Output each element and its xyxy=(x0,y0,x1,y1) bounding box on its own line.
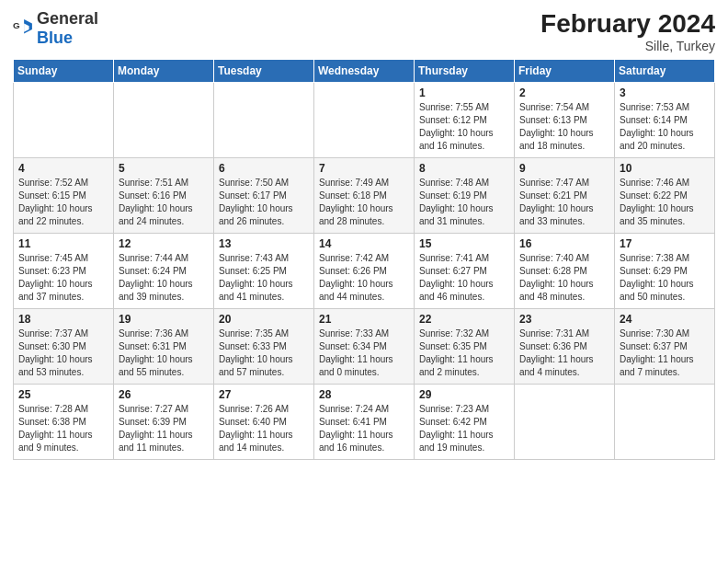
calendar-cell: 16Sunrise: 7:40 AM Sunset: 6:28 PM Dayli… xyxy=(515,234,615,309)
day-info: Sunrise: 7:46 AM Sunset: 6:22 PM Dayligh… xyxy=(620,177,710,228)
day-number: 12 xyxy=(119,237,209,250)
col-friday: Friday xyxy=(515,60,615,83)
day-number: 17 xyxy=(620,237,710,250)
calendar-header: Sunday Monday Tuesday Wednesday Thursday… xyxy=(14,60,715,83)
day-number: 14 xyxy=(319,237,409,250)
day-info: Sunrise: 7:45 AM Sunset: 6:23 PM Dayligh… xyxy=(18,252,108,304)
calendar-cell: 4Sunrise: 7:52 AM Sunset: 6:15 PM Daylig… xyxy=(14,158,114,234)
calendar-week-row: 4Sunrise: 7:52 AM Sunset: 6:15 PM Daylig… xyxy=(14,158,715,234)
day-info: Sunrise: 7:53 AM Sunset: 6:14 PM Dayligh… xyxy=(620,101,710,153)
day-info: Sunrise: 7:30 AM Sunset: 6:37 PM Dayligh… xyxy=(620,327,710,379)
day-info: Sunrise: 7:44 AM Sunset: 6:24 PM Dayligh… xyxy=(119,252,209,304)
title-block: February 2024 Sille, Turkey xyxy=(540,9,715,53)
day-info: Sunrise: 7:32 AM Sunset: 6:35 PM Dayligh… xyxy=(419,327,509,379)
day-number: 27 xyxy=(219,388,309,401)
calendar-cell: 21Sunrise: 7:33 AM Sunset: 6:34 PM Dayli… xyxy=(314,309,415,385)
day-number: 19 xyxy=(119,313,209,326)
day-number: 20 xyxy=(219,313,309,326)
day-number: 22 xyxy=(419,313,509,326)
calendar-week-row: 18Sunrise: 7:37 AM Sunset: 6:30 PM Dayli… xyxy=(14,309,715,385)
calendar-cell: 8Sunrise: 7:48 AM Sunset: 6:19 PM Daylig… xyxy=(415,158,515,234)
calendar-cell: 17Sunrise: 7:38 AM Sunset: 6:29 PM Dayli… xyxy=(615,234,715,309)
day-info: Sunrise: 7:36 AM Sunset: 6:31 PM Dayligh… xyxy=(119,327,209,379)
location: Sille, Turkey xyxy=(540,39,715,53)
day-info: Sunrise: 7:43 AM Sunset: 6:25 PM Dayligh… xyxy=(219,252,309,304)
calendar-cell: 7Sunrise: 7:49 AM Sunset: 6:18 PM Daylig… xyxy=(314,158,415,234)
calendar-cell: 2Sunrise: 7:54 AM Sunset: 6:13 PM Daylig… xyxy=(515,83,615,158)
logo: G General Blue xyxy=(13,9,98,48)
calendar-week-row: 11Sunrise: 7:45 AM Sunset: 6:23 PM Dayli… xyxy=(14,234,715,309)
day-number: 6 xyxy=(219,162,309,175)
day-number: 4 xyxy=(18,162,108,175)
logo-general: General xyxy=(37,9,98,28)
day-info: Sunrise: 7:40 AM Sunset: 6:28 PM Dayligh… xyxy=(519,252,609,304)
day-info: Sunrise: 7:54 AM Sunset: 6:13 PM Dayligh… xyxy=(519,101,609,153)
calendar-cell: 14Sunrise: 7:42 AM Sunset: 6:26 PM Dayli… xyxy=(314,234,415,309)
day-number: 15 xyxy=(419,237,509,250)
calendar-cell xyxy=(114,83,214,158)
day-info: Sunrise: 7:27 AM Sunset: 6:39 PM Dayligh… xyxy=(119,403,209,454)
header: G General Blue February 2024 Sille, Turk… xyxy=(13,9,715,53)
day-number: 5 xyxy=(119,162,209,175)
col-sunday: Sunday xyxy=(14,60,114,83)
day-info: Sunrise: 7:55 AM Sunset: 6:12 PM Dayligh… xyxy=(419,101,509,153)
day-info: Sunrise: 7:48 AM Sunset: 6:19 PM Dayligh… xyxy=(419,177,509,228)
calendar-cell xyxy=(214,83,314,158)
calendar-cell xyxy=(314,83,415,158)
day-number: 21 xyxy=(319,313,409,326)
day-number: 25 xyxy=(18,388,108,401)
day-info: Sunrise: 7:49 AM Sunset: 6:18 PM Dayligh… xyxy=(319,177,409,228)
calendar-cell: 9Sunrise: 7:47 AM Sunset: 6:21 PM Daylig… xyxy=(515,158,615,234)
logo-icon: G xyxy=(13,18,33,39)
day-number: 9 xyxy=(519,162,609,175)
calendar-cell: 18Sunrise: 7:37 AM Sunset: 6:30 PM Dayli… xyxy=(14,309,114,385)
calendar-cell: 13Sunrise: 7:43 AM Sunset: 6:25 PM Dayli… xyxy=(214,234,314,309)
col-wednesday: Wednesday xyxy=(314,60,415,83)
calendar-cell: 15Sunrise: 7:41 AM Sunset: 6:27 PM Dayli… xyxy=(415,234,515,309)
day-info: Sunrise: 7:23 AM Sunset: 6:42 PM Dayligh… xyxy=(419,403,509,454)
calendar-cell: 27Sunrise: 7:26 AM Sunset: 6:40 PM Dayli… xyxy=(214,385,314,460)
day-info: Sunrise: 7:38 AM Sunset: 6:29 PM Dayligh… xyxy=(620,252,710,304)
calendar-cell: 24Sunrise: 7:30 AM Sunset: 6:37 PM Dayli… xyxy=(615,309,715,385)
day-info: Sunrise: 7:33 AM Sunset: 6:34 PM Dayligh… xyxy=(319,327,409,379)
day-info: Sunrise: 7:42 AM Sunset: 6:26 PM Dayligh… xyxy=(319,252,409,304)
day-number: 7 xyxy=(319,162,409,175)
day-number: 13 xyxy=(219,237,309,250)
day-number: 28 xyxy=(319,388,409,401)
day-number: 24 xyxy=(620,313,710,326)
calendar-cell xyxy=(515,385,615,460)
day-number: 18 xyxy=(18,313,108,326)
day-info: Sunrise: 7:28 AM Sunset: 6:38 PM Dayligh… xyxy=(18,403,108,454)
calendar-week-row: 25Sunrise: 7:28 AM Sunset: 6:38 PM Dayli… xyxy=(14,385,715,460)
calendar-cell: 25Sunrise: 7:28 AM Sunset: 6:38 PM Dayli… xyxy=(14,385,114,460)
svg-text:G: G xyxy=(13,20,20,30)
calendar-cell: 20Sunrise: 7:35 AM Sunset: 6:33 PM Dayli… xyxy=(214,309,314,385)
day-info: Sunrise: 7:26 AM Sunset: 6:40 PM Dayligh… xyxy=(219,403,309,454)
calendar-cell: 28Sunrise: 7:24 AM Sunset: 6:41 PM Dayli… xyxy=(314,385,415,460)
calendar-body: 1Sunrise: 7:55 AM Sunset: 6:12 PM Daylig… xyxy=(14,83,715,460)
calendar-cell xyxy=(615,385,715,460)
day-info: Sunrise: 7:24 AM Sunset: 6:41 PM Dayligh… xyxy=(319,403,409,454)
calendar-cell: 10Sunrise: 7:46 AM Sunset: 6:22 PM Dayli… xyxy=(615,158,715,234)
day-info: Sunrise: 7:37 AM Sunset: 6:30 PM Dayligh… xyxy=(18,327,108,379)
calendar-cell: 22Sunrise: 7:32 AM Sunset: 6:35 PM Dayli… xyxy=(415,309,515,385)
day-info: Sunrise: 7:47 AM Sunset: 6:21 PM Dayligh… xyxy=(519,177,609,228)
calendar-cell: 19Sunrise: 7:36 AM Sunset: 6:31 PM Dayli… xyxy=(114,309,214,385)
calendar-cell: 5Sunrise: 7:51 AM Sunset: 6:16 PM Daylig… xyxy=(114,158,214,234)
day-info: Sunrise: 7:31 AM Sunset: 6:36 PM Dayligh… xyxy=(519,327,609,379)
calendar-cell: 23Sunrise: 7:31 AM Sunset: 6:36 PM Dayli… xyxy=(515,309,615,385)
day-info: Sunrise: 7:41 AM Sunset: 6:27 PM Dayligh… xyxy=(419,252,509,304)
day-number: 11 xyxy=(18,237,108,250)
calendar-table: Sunday Monday Tuesday Wednesday Thursday… xyxy=(13,59,715,460)
day-number: 23 xyxy=(519,313,609,326)
calendar-cell: 6Sunrise: 7:50 AM Sunset: 6:17 PM Daylig… xyxy=(214,158,314,234)
day-number: 29 xyxy=(419,388,509,401)
day-info: Sunrise: 7:52 AM Sunset: 6:15 PM Dayligh… xyxy=(18,177,108,228)
calendar-cell: 26Sunrise: 7:27 AM Sunset: 6:39 PM Dayli… xyxy=(114,385,214,460)
col-thursday: Thursday xyxy=(415,60,515,83)
day-number: 3 xyxy=(620,86,710,99)
calendar-cell xyxy=(14,83,114,158)
day-info: Sunrise: 7:50 AM Sunset: 6:17 PM Dayligh… xyxy=(219,177,309,228)
day-info: Sunrise: 7:51 AM Sunset: 6:16 PM Dayligh… xyxy=(119,177,209,228)
calendar-cell: 3Sunrise: 7:53 AM Sunset: 6:14 PM Daylig… xyxy=(615,83,715,158)
